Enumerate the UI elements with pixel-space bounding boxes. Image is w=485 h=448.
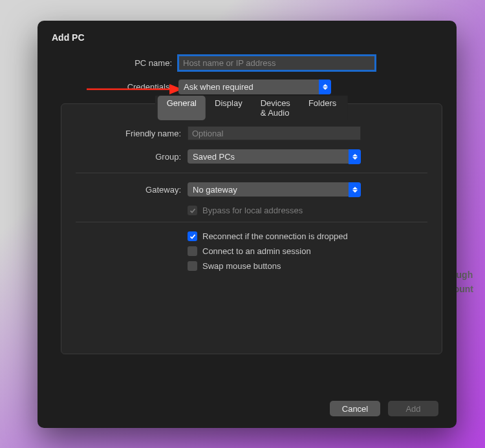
tab-display[interactable]: Display — [206, 96, 252, 120]
credentials-label: Credentials: — [38, 82, 178, 92]
admin-label: Connect to an admin session — [202, 246, 311, 256]
gateway-row: Gateway: No gateway — [61, 182, 442, 197]
pc-name-input[interactable] — [178, 56, 375, 70]
bypass-label: Bypass for local addresses — [202, 206, 303, 215]
gateway-value: No gateway — [193, 185, 237, 195]
tab-bar: General Display Devices & Audio Folders — [155, 96, 348, 120]
divider — [76, 173, 427, 173]
add-button: Add — [388, 401, 438, 416]
bg-hint-line1: through — [438, 268, 473, 282]
bypass-checkbox — [188, 206, 197, 215]
form-top-section: PC name: Credentials: Ask when required — [38, 43, 457, 94]
divider — [76, 222, 427, 222]
group-row: Group: Saved PCs — [61, 149, 442, 164]
chevron-updown-icon — [349, 149, 361, 164]
friendly-name-row: Friendly name: — [61, 126, 442, 140]
swap-checkbox-row: Swap mouse buttons — [61, 261, 442, 271]
settings-tab-pane: General Display Devices & Audio Folders … — [61, 103, 442, 354]
background-hint-text: through account — [438, 268, 473, 297]
tab-folders[interactable]: Folders — [299, 96, 345, 120]
pc-name-label: PC name: — [38, 58, 178, 68]
general-pane-body: Friendly name: Group: Saved PCs Gateway:… — [61, 104, 442, 271]
chevron-updown-icon — [319, 80, 331, 94]
admin-checkbox-row: Connect to an admin session — [61, 246, 442, 256]
swap-checkbox[interactable] — [188, 261, 197, 271]
bg-hint-line2: account — [438, 282, 473, 296]
admin-checkbox[interactable] — [188, 246, 197, 256]
add-pc-dialog: through account Add PC PC name: Credenti… — [38, 21, 457, 428]
dialog-footer: Cancel Add — [330, 401, 438, 416]
group-label: Group: — [61, 152, 188, 162]
pc-name-row: PC name: — [38, 56, 457, 70]
check-icon — [189, 233, 196, 240]
reconnect-label: Reconnect if the connection is dropped — [202, 231, 348, 241]
chevron-updown-icon — [349, 182, 361, 197]
credentials-row: Credentials: Ask when required — [38, 80, 457, 94]
swap-label: Swap mouse buttons — [202, 261, 281, 271]
friendly-name-label: Friendly name: — [61, 129, 188, 138]
reconnect-checkbox-row: Reconnect if the connection is dropped — [61, 231, 442, 241]
cancel-button[interactable]: Cancel — [330, 401, 380, 416]
reconnect-checkbox[interactable] — [188, 231, 197, 241]
check-icon — [189, 208, 196, 214]
group-value: Saved PCs — [193, 152, 235, 162]
tab-general[interactable]: General — [158, 96, 206, 120]
group-select[interactable]: Saved PCs — [188, 149, 361, 164]
bypass-checkbox-row: Bypass for local addresses — [61, 206, 442, 215]
gateway-select[interactable]: No gateway — [188, 182, 361, 197]
tab-devices-audio[interactable]: Devices & Audio — [252, 96, 299, 120]
credentials-value: Ask when required — [184, 82, 253, 92]
dialog-title: Add PC — [38, 21, 457, 43]
friendly-name-input[interactable] — [188, 126, 361, 140]
credentials-select[interactable]: Ask when required — [178, 80, 331, 94]
gateway-label: Gateway: — [61, 185, 188, 195]
